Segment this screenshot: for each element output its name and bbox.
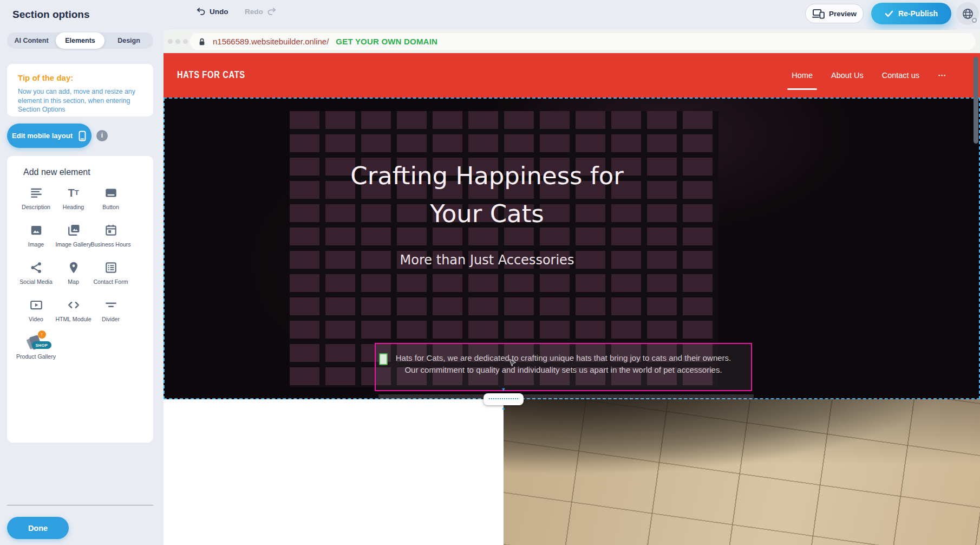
preview-button[interactable]: Preview bbox=[805, 4, 864, 23]
divider-icon bbox=[104, 296, 118, 314]
add-element-map[interactable]: Map bbox=[55, 259, 92, 288]
edit-mobile-layout-label: Edit mobile layout bbox=[12, 132, 73, 140]
floor-photo bbox=[504, 399, 980, 545]
add-element-video[interactable]: Video bbox=[17, 296, 55, 325]
section-options-panel: Section options AI Content Elements Desi… bbox=[0, 0, 164, 545]
page-scrollbar-thumb[interactable] bbox=[974, 57, 978, 144]
product-gallery-icon: ↑ SHOP bbox=[27, 334, 46, 351]
undo-icon bbox=[196, 7, 206, 16]
devices-icon bbox=[812, 9, 825, 19]
element-drag-handle[interactable] bbox=[379, 353, 388, 365]
redo-button[interactable]: Redo bbox=[245, 7, 277, 16]
tip-title: Tip of the day: bbox=[18, 73, 142, 82]
heading-icon: TT bbox=[68, 184, 79, 202]
check-icon bbox=[885, 10, 893, 17]
add-element-title: Add new element bbox=[23, 167, 90, 177]
add-element-description[interactable]: Description bbox=[17, 184, 55, 213]
language-globe-button[interactable] bbox=[956, 2, 979, 25]
browser-chrome-bar: n1566589.websitebuilder.online/ GET YOUR… bbox=[164, 30, 980, 53]
map-pin-icon bbox=[67, 259, 81, 276]
contact-form-icon bbox=[104, 259, 118, 276]
add-element-html-module[interactable]: HTML Module bbox=[55, 296, 92, 325]
business-hours-icon bbox=[104, 222, 118, 239]
add-element-product-gallery[interactable]: ↑ SHOP Product Gallery bbox=[17, 334, 55, 362]
nav-about-us[interactable]: About Us bbox=[831, 71, 864, 80]
hero-body-text: Hats for Cats, we are dedicated to craft… bbox=[376, 344, 751, 375]
add-element-heading[interactable]: TT Heading bbox=[55, 184, 92, 213]
html-module-icon bbox=[66, 296, 81, 314]
site-preview-window: n1566589.websitebuilder.online/ GET YOUR… bbox=[164, 30, 980, 545]
undo-button[interactable]: Undo bbox=[196, 7, 228, 16]
image-gallery-icon bbox=[66, 222, 81, 239]
tip-of-the-day-card: Tip of the day: Now you can add, move an… bbox=[7, 64, 153, 116]
nav-contact-us[interactable]: Contact us bbox=[882, 71, 919, 80]
add-new-element-card: Add new element Description TT Heading bbox=[7, 156, 153, 443]
add-element-button[interactable]: Button bbox=[92, 184, 129, 213]
image-icon bbox=[29, 222, 43, 239]
phone-icon bbox=[78, 131, 87, 141]
redo-icon bbox=[267, 7, 277, 16]
hero-subheading[interactable]: More than Just Accessories bbox=[291, 252, 683, 268]
hero-section-selected[interactable]: Crafting Happiness for Your Cats More th… bbox=[164, 98, 980, 399]
hero-heading[interactable]: Crafting Happiness for Your Cats bbox=[291, 157, 683, 233]
tip-body: Now you can add, move and resize any ele… bbox=[18, 87, 142, 114]
add-element-social-media[interactable]: Social Media bbox=[17, 259, 55, 288]
next-section[interactable] bbox=[164, 399, 980, 545]
resize-arrow-up-icon: ▲ bbox=[484, 406, 524, 411]
resize-dotted-line bbox=[489, 398, 518, 399]
add-element-contact-form[interactable]: Contact Form bbox=[92, 259, 129, 288]
nav-home[interactable]: Home bbox=[792, 71, 813, 80]
tab-design[interactable]: Design bbox=[104, 33, 153, 49]
upload-arrow-badge: ↑ bbox=[38, 330, 46, 339]
social-media-icon bbox=[29, 259, 43, 276]
get-domain-link[interactable]: GET YOUR OWN DOMAIN bbox=[336, 37, 437, 46]
website-builder-app: Section options AI Content Elements Desi… bbox=[0, 0, 980, 545]
edit-mobile-layout-button[interactable]: Edit mobile layout bbox=[7, 124, 92, 148]
republish-button[interactable]: Re-Publish bbox=[871, 3, 951, 24]
done-button[interactable]: Done bbox=[7, 517, 69, 539]
nav-more-menu[interactable]: ⋯ bbox=[938, 70, 946, 80]
tab-elements[interactable]: Elements bbox=[56, 33, 104, 49]
add-element-image-gallery[interactable]: Image Gallery bbox=[55, 222, 92, 250]
selected-text-element[interactable]: Hats for Cats, we are dedicated to craft… bbox=[375, 343, 752, 391]
globe-status-dot bbox=[972, 18, 977, 23]
globe-icon bbox=[962, 8, 974, 20]
element-grid: Description TT Heading Button Ima bbox=[17, 184, 129, 362]
info-icon[interactable]: i bbox=[96, 130, 108, 141]
description-icon bbox=[29, 184, 43, 202]
window-dots-icon bbox=[168, 39, 188, 44]
section-resize-handle[interactable]: ▼ ▲ bbox=[484, 393, 524, 405]
address-bar: n1566589.websitebuilder.online/ GET YOUR… bbox=[190, 33, 976, 50]
site-header: HATS FOR CATS Home About Us Contact us ⋯ bbox=[164, 53, 980, 98]
button-icon bbox=[104, 184, 118, 202]
shop-badge: SHOP bbox=[32, 341, 51, 349]
video-icon bbox=[29, 296, 44, 314]
add-element-business-hours[interactable]: Business Hours bbox=[92, 222, 129, 250]
site-logo[interactable]: HATS FOR CATS bbox=[177, 69, 245, 81]
resize-arrow-down-icon: ▼ bbox=[484, 387, 524, 392]
panel-tabbar: AI Content Elements Design bbox=[7, 33, 153, 49]
add-element-divider[interactable]: Divider bbox=[92, 296, 129, 325]
tab-ai-content[interactable]: AI Content bbox=[7, 33, 56, 49]
panel-title: Section options bbox=[12, 9, 90, 21]
mouse-cursor bbox=[509, 359, 516, 368]
sidebar-divider bbox=[7, 505, 153, 505]
site-url[interactable]: n1566589.websitebuilder.online/ bbox=[213, 37, 329, 46]
lock-icon bbox=[198, 37, 206, 46]
site-nav: Home About Us Contact us ⋯ bbox=[792, 53, 946, 98]
add-element-image[interactable]: Image bbox=[17, 222, 55, 250]
